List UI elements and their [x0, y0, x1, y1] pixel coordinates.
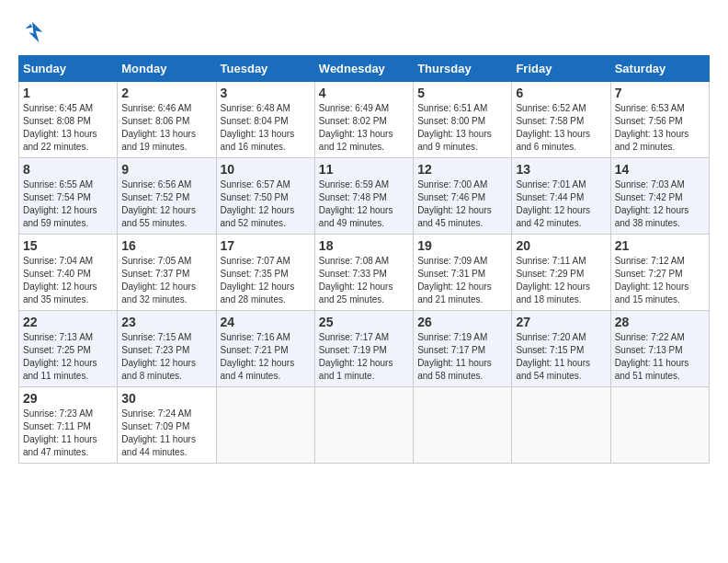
day-number: 30 [121, 391, 211, 406]
calendar-cell: 25Sunrise: 7:17 AMSunset: 7:19 PMDayligh… [314, 311, 413, 387]
calendar-cell [414, 387, 512, 464]
day-number: 3 [221, 86, 311, 100]
day-info: Sunrise: 6:46 AMSunset: 8:06 PMDaylight:… [121, 102, 211, 154]
calendar-cell [512, 387, 610, 464]
day-number: 14 [615, 162, 705, 177]
calendar-cell [216, 387, 314, 464]
calendar-cell: 27Sunrise: 7:20 AMSunset: 7:15 PMDayligh… [512, 311, 610, 387]
calendar-cell: 28Sunrise: 7:22 AMSunset: 7:13 PMDayligh… [610, 311, 709, 387]
weekday-header-sunday: Sunday [19, 56, 118, 82]
day-info: Sunrise: 7:01 AMSunset: 7:44 PMDaylight:… [516, 178, 606, 230]
day-info: Sunrise: 6:52 AMSunset: 7:58 PMDaylight:… [516, 102, 606, 154]
calendar-cell: 29Sunrise: 7:23 AMSunset: 7:11 PMDayligh… [19, 387, 118, 464]
calendar-cell: 11Sunrise: 6:59 AMSunset: 7:48 PMDayligh… [314, 158, 413, 235]
day-number: 6 [516, 86, 606, 100]
day-info: Sunrise: 7:17 AMSunset: 7:19 PMDaylight:… [319, 331, 409, 383]
day-info: Sunrise: 7:09 AMSunset: 7:31 PMDaylight:… [417, 255, 507, 306]
calendar-cell: 8Sunrise: 6:55 AMSunset: 7:54 PMDaylight… [19, 158, 118, 235]
calendar-cell: 12Sunrise: 7:00 AMSunset: 7:46 PMDayligh… [414, 158, 512, 235]
weekday-header-monday: Monday [118, 56, 216, 82]
calendar-cell: 7Sunrise: 6:53 AMSunset: 7:56 PMDaylight… [610, 82, 709, 158]
calendar-cell [610, 387, 709, 464]
day-number: 18 [319, 238, 409, 253]
day-info: Sunrise: 7:12 AMSunset: 7:27 PMDaylight:… [615, 255, 705, 306]
weekday-header-friday: Friday [512, 56, 610, 82]
day-number: 22 [23, 315, 113, 329]
day-number: 29 [23, 391, 113, 406]
day-number: 27 [516, 315, 606, 329]
day-number: 26 [417, 315, 507, 329]
calendar-table: SundayMondayTuesdayWednesdayThursdayFrid… [18, 55, 710, 464]
weekday-header-saturday: Saturday [610, 56, 709, 82]
day-info: Sunrise: 7:16 AMSunset: 7:21 PMDaylight:… [221, 331, 311, 383]
day-info: Sunrise: 7:03 AMSunset: 7:42 PMDaylight:… [615, 178, 705, 230]
calendar-cell: 6Sunrise: 6:52 AMSunset: 7:58 PMDaylight… [512, 82, 610, 158]
day-info: Sunrise: 7:11 AMSunset: 7:29 PMDaylight:… [516, 255, 606, 306]
calendar-cell: 10Sunrise: 6:57 AMSunset: 7:50 PMDayligh… [216, 158, 314, 235]
day-number: 5 [417, 86, 507, 100]
calendar-cell: 9Sunrise: 6:56 AMSunset: 7:52 PMDaylight… [118, 158, 216, 235]
calendar-cell: 22Sunrise: 7:13 AMSunset: 7:25 PMDayligh… [19, 311, 118, 387]
calendar-cell [314, 387, 413, 464]
calendar-cell: 19Sunrise: 7:09 AMSunset: 7:31 PMDayligh… [414, 235, 512, 311]
day-info: Sunrise: 7:13 AMSunset: 7:25 PMDaylight:… [23, 331, 113, 383]
day-info: Sunrise: 6:45 AMSunset: 8:08 PMDaylight:… [23, 102, 113, 154]
day-info: Sunrise: 7:20 AMSunset: 7:15 PMDaylight:… [516, 331, 606, 383]
day-info: Sunrise: 6:51 AMSunset: 8:00 PMDaylight:… [417, 102, 507, 154]
day-info: Sunrise: 6:48 AMSunset: 8:04 PMDaylight:… [221, 102, 311, 154]
day-number: 8 [23, 162, 113, 177]
day-number: 1 [23, 86, 113, 100]
day-number: 12 [417, 162, 507, 177]
day-info: Sunrise: 7:07 AMSunset: 7:35 PMDaylight:… [221, 255, 311, 306]
day-number: 4 [319, 86, 409, 100]
day-info: Sunrise: 6:53 AMSunset: 7:56 PMDaylight:… [615, 102, 705, 154]
day-info: Sunrise: 6:59 AMSunset: 7:48 PMDaylight:… [319, 178, 409, 230]
day-number: 25 [319, 315, 409, 329]
calendar-cell: 21Sunrise: 7:12 AMSunset: 7:27 PMDayligh… [610, 235, 709, 311]
calendar-cell: 18Sunrise: 7:08 AMSunset: 7:33 PMDayligh… [314, 235, 413, 311]
day-info: Sunrise: 7:22 AMSunset: 7:13 PMDaylight:… [615, 331, 705, 383]
calendar-cell: 16Sunrise: 7:05 AMSunset: 7:37 PMDayligh… [118, 235, 216, 311]
day-number: 2 [121, 86, 211, 100]
day-number: 9 [121, 162, 211, 177]
day-info: Sunrise: 7:24 AMSunset: 7:09 PMDaylight:… [121, 408, 211, 459]
calendar-cell: 13Sunrise: 7:01 AMSunset: 7:44 PMDayligh… [512, 158, 610, 235]
day-number: 17 [221, 238, 311, 253]
svg-marker-1 [26, 24, 33, 29]
logo [18, 18, 50, 46]
calendar-cell: 26Sunrise: 7:19 AMSunset: 7:17 PMDayligh… [414, 311, 512, 387]
weekday-header-thursday: Thursday [414, 56, 512, 82]
day-number: 23 [121, 315, 211, 329]
weekday-header-tuesday: Tuesday [216, 56, 314, 82]
day-info: Sunrise: 7:00 AMSunset: 7:46 PMDaylight:… [417, 178, 507, 230]
day-number: 16 [121, 238, 211, 253]
day-info: Sunrise: 7:05 AMSunset: 7:37 PMDaylight:… [121, 255, 211, 306]
day-info: Sunrise: 7:19 AMSunset: 7:17 PMDaylight:… [417, 331, 507, 383]
day-info: Sunrise: 7:08 AMSunset: 7:33 PMDaylight:… [319, 255, 409, 306]
logo-icon [18, 18, 46, 46]
day-info: Sunrise: 6:57 AMSunset: 7:50 PMDaylight:… [221, 178, 311, 230]
calendar-cell: 14Sunrise: 7:03 AMSunset: 7:42 PMDayligh… [610, 158, 709, 235]
calendar-cell: 2Sunrise: 6:46 AMSunset: 8:06 PMDaylight… [118, 82, 216, 158]
calendar-cell: 5Sunrise: 6:51 AMSunset: 8:00 PMDaylight… [414, 82, 512, 158]
day-number: 13 [516, 162, 606, 177]
calendar-cell: 23Sunrise: 7:15 AMSunset: 7:23 PMDayligh… [118, 311, 216, 387]
calendar-cell: 15Sunrise: 7:04 AMSunset: 7:40 PMDayligh… [19, 235, 118, 311]
day-info: Sunrise: 6:49 AMSunset: 8:02 PMDaylight:… [319, 102, 409, 154]
day-info: Sunrise: 7:15 AMSunset: 7:23 PMDaylight:… [121, 331, 211, 383]
day-number: 19 [417, 238, 507, 253]
day-info: Sunrise: 7:23 AMSunset: 7:11 PMDaylight:… [23, 408, 113, 459]
calendar-cell: 1Sunrise: 6:45 AMSunset: 8:08 PMDaylight… [19, 82, 118, 158]
day-info: Sunrise: 6:56 AMSunset: 7:52 PMDaylight:… [121, 178, 211, 230]
day-number: 28 [615, 315, 705, 329]
day-number: 7 [615, 86, 705, 100]
day-number: 15 [23, 238, 113, 253]
day-number: 20 [516, 238, 606, 253]
weekday-header-wednesday: Wednesday [314, 56, 413, 82]
day-number: 21 [615, 238, 705, 253]
calendar-cell: 17Sunrise: 7:07 AMSunset: 7:35 PMDayligh… [216, 235, 314, 311]
day-number: 10 [221, 162, 311, 177]
calendar-cell: 20Sunrise: 7:11 AMSunset: 7:29 PMDayligh… [512, 235, 610, 311]
day-number: 24 [221, 315, 311, 329]
calendar-cell: 4Sunrise: 6:49 AMSunset: 8:02 PMDaylight… [314, 82, 413, 158]
